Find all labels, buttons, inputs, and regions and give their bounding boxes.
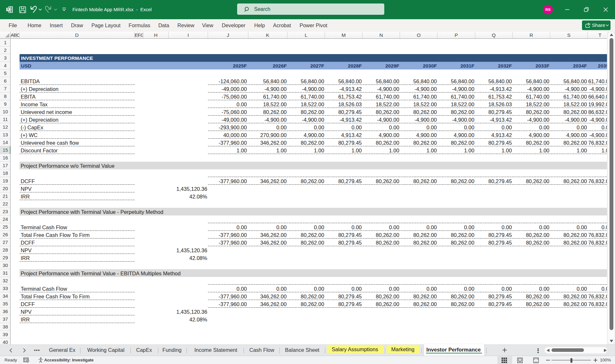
- svg-text:X: X: [7, 8, 9, 11]
